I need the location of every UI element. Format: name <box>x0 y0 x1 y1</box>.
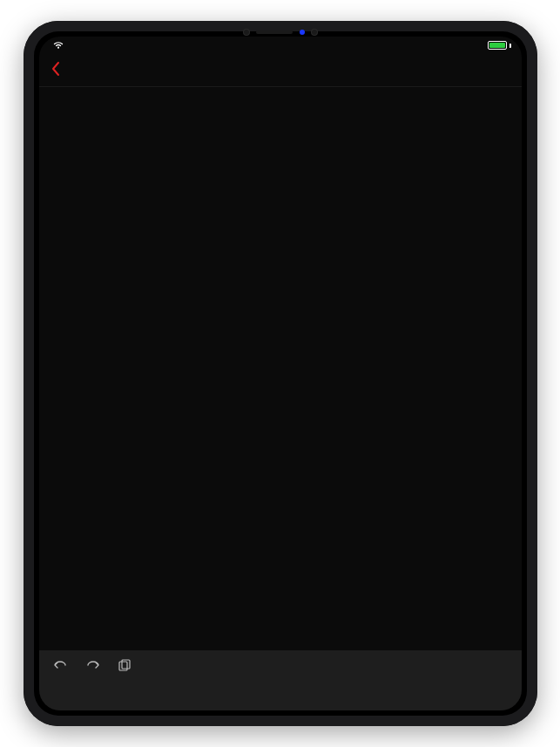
clipboard-icon[interactable] <box>118 659 132 676</box>
undo-icon[interactable] <box>51 659 69 676</box>
folder-list <box>39 87 522 650</box>
navbar <box>39 54 522 87</box>
keyboard <box>39 650 522 710</box>
wifi-icon <box>53 40 64 50</box>
redo-icon[interactable] <box>84 659 102 676</box>
back-button[interactable] <box>50 61 62 80</box>
svg-point-0 <box>57 47 59 49</box>
battery-icon <box>488 41 511 50</box>
status-bar <box>39 37 522 54</box>
